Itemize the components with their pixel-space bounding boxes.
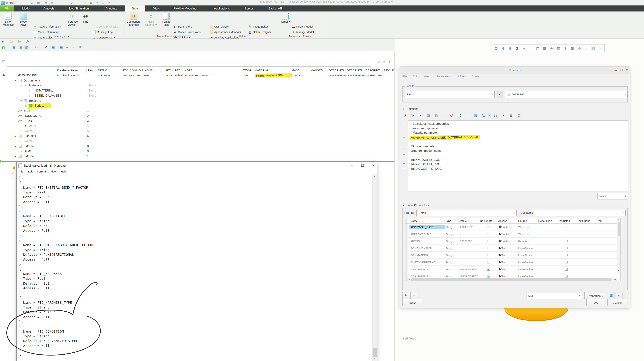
datum-display-icon[interactable]: ∗: [562, 45, 569, 52]
tree-item-label[interactable]: Bodies (1): [29, 99, 42, 103]
evaluate-icon[interactable]: =?: [456, 113, 463, 119]
refit-icon[interactable]: ⊡: [493, 45, 500, 52]
column-header-mass[interactable]: MASS: [292, 69, 310, 72]
tab-tools[interactable]: Tools: [125, 6, 145, 12]
group-footer-utilities[interactable]: Utilities: [222, 35, 265, 38]
dropdown-icon[interactable]: ▾: [95, 1, 100, 5]
expand-plus-icon[interactable]: ✚: [2, 74, 5, 77]
restricted-checkbox[interactable]: [565, 240, 568, 242]
braces-icon[interactable]: ( ): [492, 113, 498, 119]
paste-icon[interactable]: ▥: [433, 113, 439, 119]
tab-file[interactable]: File: [0, 6, 14, 12]
designate-checkbox[interactable]: ✓: [487, 275, 490, 277]
list-icon[interactable]: ≣: [82, 1, 87, 5]
param-name[interactable]: BOMDIMENSION: [410, 247, 446, 250]
home-icon[interactable]: ⌂: [100, 1, 105, 5]
param-name[interactable]: DESCRIPTION2: [410, 275, 446, 278]
column-header-artno[interactable]: ARTNO: [98, 69, 119, 72]
settings-list-icon[interactable]: ▤: [59, 45, 64, 50]
restricted-checkbox[interactable]: [565, 254, 568, 256]
dialog-menu-utilities[interactable]: Utilities: [457, 75, 466, 78]
layers-icon[interactable]: ≋: [64, 45, 70, 50]
scroll-down-icon[interactable]: ▼: [372, 357, 377, 360]
maximize-icon[interactable]: ☐: [620, 69, 623, 72]
remove-parameter-button[interactable]: −: [410, 292, 417, 299]
cancel-button[interactable]: Cancel: [607, 299, 627, 306]
param-column-designate[interactable]: Designate: [480, 219, 498, 222]
resume-icon[interactable]: ◗: [597, 45, 603, 52]
spin-center-icon[interactable]: ✛: [576, 45, 582, 52]
operator-^[interactable]: ^: [401, 146, 407, 153]
parameter-set-combo[interactable]: Main ▼: [526, 292, 582, 299]
search-dropdown-icon[interactable]: ▼: [383, 61, 385, 63]
column-header-ptc-[interactable]: PTC_: [166, 69, 174, 72]
column-header-note[interactable]: NOTE: [184, 69, 239, 72]
tree-row-design-items[interactable]: ▼Design Items: [0, 78, 394, 84]
part-green-icon[interactable]: ◧: [1, 45, 6, 50]
tree-row-materials[interactable]: ▼≈Materials<None: [0, 83, 394, 88]
more-icon[interactable]: ▾: [107, 1, 112, 5]
scrollbar-thumb[interactable]: [373, 348, 377, 357]
expand-triangle-icon[interactable]: ▶: [14, 155, 16, 158]
find-button[interactable]: ◉◉Find: [80, 13, 92, 23]
model-player-button[interactable]: Model Player: [16, 13, 31, 27]
tree-row-horizontal[interactable]: HORIZONTAL2: [0, 114, 394, 119]
open-folder-icon[interactable]: 🗁: [34, 45, 39, 50]
param-name[interactable]: APPROVAL_DATE: [409, 225, 445, 229]
designate-checkbox[interactable]: [487, 247, 490, 249]
folders-icon[interactable]: 🗀: [9, 39, 14, 44]
operator--[interactable]: -: [401, 127, 407, 133]
scrollbar-thumb[interactable]: [411, 278, 612, 281]
ok-button[interactable]: OK: [586, 299, 605, 306]
column-header-database-status[interactable]: Database Status: [57, 69, 86, 72]
state-combo[interactable]: Initial ▼: [597, 193, 628, 199]
param-name[interactable]: ARTNO: [410, 240, 446, 243]
tree-row-extrude-2[interactable]: ▶Extrude 28: [0, 144, 394, 149]
repaint-icon[interactable]: ◪: [514, 45, 520, 52]
tree-row-extrude-1[interactable]: ▶Extrude 16: [0, 134, 394, 139]
tree-row-body-1[interactable]: ▶★Body 1: [0, 104, 394, 109]
datetime-icon[interactable]: ◔: [500, 113, 506, 119]
tree-row-default[interactable]: DEFAULT4: [0, 124, 394, 129]
saved-orientations-icon[interactable]: ◫: [534, 45, 541, 52]
regenerate-icon[interactable]: ✓: [70, 1, 74, 5]
function-dropdown-icon[interactable]: ▾: [488, 113, 491, 118]
tree-search-input[interactable]: [6, 58, 371, 67]
restricted-checkbox[interactable]: [565, 226, 567, 228]
collapse-triangle-icon[interactable]: ▼: [20, 100, 22, 102]
column-header-itemg[interactable]: ITEMG: [242, 69, 254, 72]
reset-button[interactable]: Reset: [402, 299, 422, 306]
tree-row-steel-galvanize[interactable]: STEEL_GALVANIZE<None: [0, 94, 394, 99]
tree-filter-icon[interactable]: ⧩: [43, 45, 48, 50]
restricted-checkbox[interactable]: [565, 275, 568, 277]
simulate-icon[interactable]: ◬: [583, 45, 590, 52]
tree-item-label[interactable]: SIDE: [24, 109, 30, 113]
operator-[interactable]: [ ]: [401, 159, 407, 165]
tree-row-60338900-prt[interactable]: ✚60338900.PRTModified in session60338900…: [0, 73, 394, 78]
column-header-descripti[interactable]: DESCRIPTI: [347, 69, 364, 72]
tree-column-doc-icon[interactable]: ▤: [51, 45, 56, 50]
scroll-right-icon[interactable]: ▶: [614, 278, 616, 281]
annotation-display-icon[interactable]: ⊞: [569, 45, 576, 52]
toggle-dimensions-icon[interactable]: d¹: [449, 113, 455, 119]
clear-search-icon[interactable]: ✕: [377, 60, 380, 64]
tree-copy-icon[interactable]: ⧉: [77, 45, 82, 50]
target-button[interactable]: +Target ▾: [280, 13, 291, 23]
move-row-up-icon[interactable]: ↑: [624, 311, 626, 316]
tab-backer-ab[interactable]: Backer AB: [265, 6, 285, 12]
designate-checkbox[interactable]: [487, 254, 490, 256]
notepad-menu-file[interactable]: File: [19, 170, 23, 173]
restricted-checkbox[interactable]: [565, 233, 567, 235]
param-column-description[interactable]: Description: [538, 219, 557, 222]
model-information-button[interactable]: Model Information: [33, 30, 59, 35]
undo-icon[interactable]: ↺: [44, 1, 48, 5]
param-column-access[interactable]: Access: [498, 219, 518, 222]
look-in-target-combo[interactable]: 60338900▼: [505, 91, 628, 98]
minimize-icon[interactable]: ▬: [614, 69, 617, 72]
favorites-folder-icon[interactable]: 🗁: [17, 39, 22, 44]
undo-icon[interactable]: ↺: [402, 113, 408, 119]
scroll-down-icon[interactable]: ▼: [617, 269, 620, 271]
tab-applications[interactable]: Applications: [212, 6, 232, 12]
tree-item-label[interactable]: Sketch 1: [24, 129, 35, 133]
chevron-down-icon[interactable]: ▼: [623, 91, 628, 98]
